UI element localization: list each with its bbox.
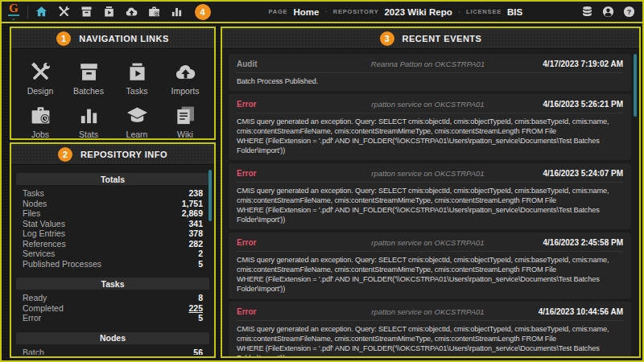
event-meta: rpatton service on OKCSTRPA01 xyxy=(341,99,514,109)
event-meta: Reanna Patton on OKCSTRPA01 xyxy=(341,59,514,69)
account-button[interactable] xyxy=(601,5,615,19)
stat-row: Tasks238 xyxy=(23,188,203,199)
stat-label: References xyxy=(23,239,66,249)
stat-value: 2,869 xyxy=(182,208,203,219)
stats-button[interactable] xyxy=(170,5,184,19)
stat-label: Error xyxy=(23,313,41,323)
event-message: CMIS query generated an exception. Query… xyxy=(237,186,623,224)
tasks-button[interactable] xyxy=(102,5,116,19)
home-icon xyxy=(35,5,48,19)
stat-value-link[interactable]: 225 xyxy=(188,303,203,314)
event-timestamp: 4/17/2023 7:19:02 AM xyxy=(514,59,623,69)
archive-box-icon xyxy=(77,60,101,84)
tools-icon xyxy=(57,5,71,19)
tasks-box-icon xyxy=(102,5,116,19)
topbar-divider xyxy=(27,6,28,19)
event-meta: rpatton service on OKCSTRPA01 xyxy=(341,306,514,317)
cloud-upload-icon xyxy=(174,60,197,84)
breadcrumb: PAGE Home · REPOSITORY 2023 Wiki Repo · … xyxy=(211,7,580,17)
book-icon xyxy=(174,104,197,127)
event-card[interactable]: Audit Reanna Patton on OKCSTRPA01 4/17/2… xyxy=(229,54,631,91)
nav-link-label: Design xyxy=(27,86,54,96)
stat-value: 378 xyxy=(188,228,203,239)
event-card[interactable]: Error rpatton service on OKCSTRPA01 4/16… xyxy=(229,232,631,298)
stat-label: Nodes xyxy=(23,199,47,209)
nav-link-design[interactable]: Design xyxy=(16,56,64,99)
stat-value: 282 xyxy=(188,239,203,249)
licensee-label: LICENSEE xyxy=(466,8,502,15)
licensee-value: BIS xyxy=(507,7,522,17)
stat-label: Services xyxy=(23,249,55,259)
jobs-button[interactable] xyxy=(147,5,161,19)
nav-link-jobs[interactable]: Jobs xyxy=(16,99,64,142)
stat-label: Completed xyxy=(23,303,64,314)
nav-link-stats[interactable]: Stats xyxy=(64,99,113,142)
stat-row: References282 xyxy=(23,239,203,249)
tasks-box-icon xyxy=(126,60,149,84)
stat-row: Ready8 xyxy=(23,293,203,303)
recent-events-header: 3 RECENT EVENTS xyxy=(222,28,639,49)
event-type: Error xyxy=(237,99,341,109)
navigation-links-header: 1 NAVIGATION LINKS xyxy=(11,28,214,49)
event-timestamp: 4/16/2023 5:26:21 PM xyxy=(514,99,623,109)
event-message: CMIS query generated an exception. Query… xyxy=(237,255,623,294)
repository-scrollbar-thumb[interactable] xyxy=(208,170,212,221)
breadcrumb-separator: · xyxy=(458,7,460,16)
repository-info-content: Totals Tasks238 Nodes1,751 Files2,869 St… xyxy=(11,165,214,355)
event-timestamp: 4/16/2023 10:44:56 AM xyxy=(514,306,623,317)
stat-label: Tasks xyxy=(23,188,44,199)
repository-info-header: 2 REPOSITORY INFO xyxy=(11,144,214,165)
stat-row: Published Processes5 xyxy=(23,259,203,269)
home-button[interactable] xyxy=(35,5,48,19)
event-meta: rpatton service on OKCSTRPA01 xyxy=(341,168,514,179)
nav-link-label: Jobs xyxy=(31,130,49,139)
nav-link-batches[interactable]: Batches xyxy=(64,56,113,99)
stat-row: Error5 xyxy=(23,313,203,323)
batches-button[interactable] xyxy=(80,5,93,19)
nav-link-imports[interactable]: Imports xyxy=(161,56,209,99)
tools-icon xyxy=(29,60,52,84)
event-message: CMIS query generated an exception. Query… xyxy=(237,324,623,356)
breadcrumb-separator: · xyxy=(324,7,327,16)
events-scrollbar-thumb[interactable] xyxy=(634,54,637,117)
event-meta: rpatton service on OKCSTRPA01 xyxy=(341,237,514,248)
design-button[interactable] xyxy=(57,5,71,19)
event-type: Error xyxy=(237,168,341,179)
stat-value: 56 xyxy=(193,348,203,356)
annotation-badge-4: 4 xyxy=(195,4,211,20)
panel-title: REPOSITORY INFO xyxy=(80,150,167,159)
repository-info-panel: 2 REPOSITORY INFO Totals Tasks238 Nodes1… xyxy=(10,142,216,358)
event-card[interactable]: Error rpatton service on OKCSTRPA01 4/16… xyxy=(229,163,631,229)
topbar-right-icons xyxy=(580,5,636,19)
repository-value[interactable]: 2023 Wiki Repo xyxy=(384,7,452,17)
annotation-badge-2: 2 xyxy=(58,147,72,162)
nav-link-wiki[interactable]: Wiki xyxy=(161,99,209,142)
stat-value: 341 xyxy=(188,219,203,229)
app-logo[interactable]: G ⌄ xyxy=(8,2,19,22)
nav-link-label: Imports xyxy=(171,86,199,96)
event-type: Error xyxy=(237,306,341,317)
nav-link-learn[interactable]: Learn xyxy=(113,99,161,142)
event-type: Audit xyxy=(237,59,341,69)
imports-button[interactable] xyxy=(125,5,138,19)
event-message: CMIS query generated an exception. Query… xyxy=(237,117,623,155)
navigation-links-grid: Design Batches Tasks Imports Jobs Stats xyxy=(11,49,214,142)
navigation-links-panel: 1 NAVIGATION LINKS Design Batches Tasks … xyxy=(10,27,216,140)
event-card[interactable]: Error rpatton service on OKCSTRPA01 4/16… xyxy=(229,94,631,160)
topbar-nav-icons xyxy=(35,5,184,19)
panel-title: NAVIGATION LINKS xyxy=(79,34,168,43)
stat-row: Completed225 xyxy=(23,303,203,314)
nav-link-label: Wiki xyxy=(177,130,193,139)
nav-link-tasks[interactable]: Tasks xyxy=(113,56,161,99)
nav-link-label: Learn xyxy=(126,130,148,139)
stat-row: Files2,869 xyxy=(23,208,203,219)
stat-row: Log Entries378 xyxy=(23,228,203,239)
repository-menu-button[interactable] xyxy=(580,5,594,19)
section-title: Nodes xyxy=(16,332,209,344)
stat-row: Services2 xyxy=(23,249,203,259)
event-card[interactable]: Error rpatton service on OKCSTRPA01 4/16… xyxy=(229,302,631,356)
stat-label: Files xyxy=(23,208,40,219)
help-button[interactable] xyxy=(622,5,636,19)
stat-row: Nodes1,751 xyxy=(23,199,203,209)
cloud-upload-icon xyxy=(125,5,138,19)
